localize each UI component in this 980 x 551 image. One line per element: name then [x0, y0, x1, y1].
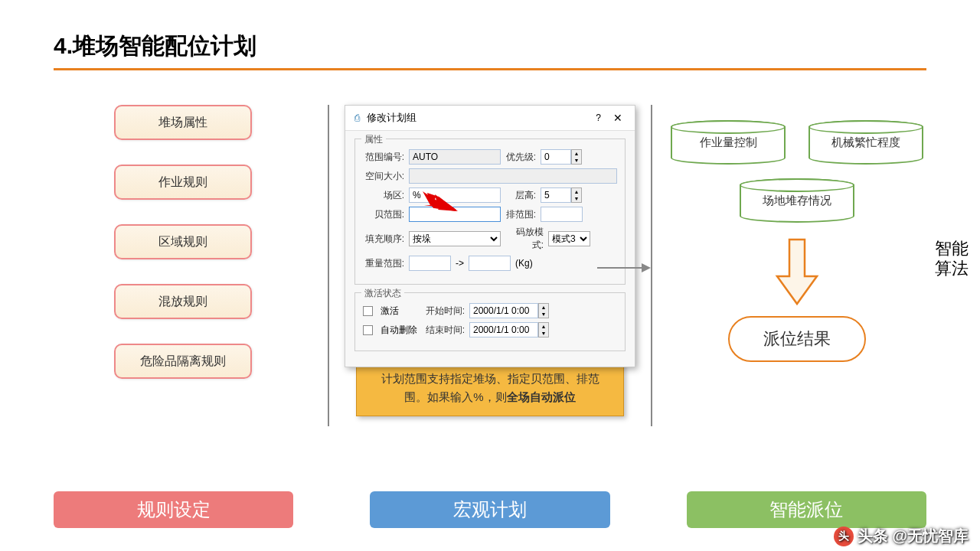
input-weight-from[interactable]	[409, 256, 451, 271]
input-start-time[interactable]	[469, 303, 538, 318]
bottom-dispatch-button[interactable]: 智能派位	[687, 491, 926, 528]
checkbox-auto-delete[interactable]	[363, 325, 373, 335]
divider-1	[328, 105, 329, 426]
legend-attributes: 属性	[361, 133, 386, 146]
label-auto-delete: 自动删除	[381, 324, 419, 337]
rule-area[interactable]: 区域规则	[114, 224, 252, 259]
dialog-body: 属性 范围编号: 优先级: ▲▼ 空间大小: 场区:	[345, 131, 635, 367]
input-row-range[interactable]	[541, 207, 583, 222]
select-fill-order[interactable]: 按垛	[409, 231, 501, 246]
label-end-time: 结束时间:	[423, 324, 465, 337]
label-priority: 优先级:	[505, 151, 536, 164]
bottom-bar: 规则设定 宏观计划 智能派位	[54, 491, 926, 528]
bottom-rules-button[interactable]: 规则设定	[54, 491, 293, 528]
label-space: 空间大小:	[363, 170, 404, 183]
label-weight-unit: (Kg)	[515, 258, 533, 269]
callout-box: 计划范围支持指定堆场、指定贝范围、排范围。如果输入%，则全场自动派位	[356, 360, 624, 416]
input-area[interactable]	[409, 187, 501, 203]
cylinder-workload: 作业量控制	[671, 120, 786, 165]
weight-arrow: ->	[456, 258, 464, 269]
algorithm-column: 作业量控制 机械繁忙程度 场地堆存情况 派位结果 智能算法	[668, 105, 926, 442]
dialog-titlebar: ⎙ 修改计划组 ? ✕	[345, 106, 635, 131]
spinner-priority[interactable]: ▲▼	[541, 149, 582, 165]
flow-arrow-icon	[597, 260, 651, 276]
cylinder-row-1: 作业量控制 机械繁忙程度	[671, 120, 923, 165]
input-space	[409, 168, 617, 184]
checkbox-activate[interactable]	[363, 306, 373, 316]
input-bay-range[interactable]	[409, 207, 501, 222]
label-bay-range: 贝范围:	[363, 208, 404, 221]
spinner-end-time[interactable]: ▲▼	[469, 322, 549, 337]
dialog-title-text: 修改计划组	[367, 111, 590, 125]
label-activate: 激活	[381, 305, 419, 318]
dialog-help-button[interactable]: ?	[590, 111, 607, 125]
callout-bold: 全场自动派位	[507, 390, 576, 403]
input-range-no	[409, 149, 501, 165]
label-start-time: 开始时间:	[423, 305, 465, 318]
label-range-no: 范围编号:	[363, 151, 404, 164]
down-arrow-icon	[774, 238, 820, 307]
watermark-text: 头条 @无忧智库	[858, 526, 969, 546]
rules-column: 堆场属性 作业规则 区域规则 混放规则 危险品隔离规则	[54, 105, 312, 442]
input-layer[interactable]	[541, 187, 571, 203]
label-fill-order: 填充顺序:	[363, 233, 404, 246]
content-row: 堆场属性 作业规则 区域规则 混放规则 危险品隔离规则 ⎙ 修改计划组 ? ✕ …	[54, 105, 926, 442]
title-underline	[54, 68, 926, 70]
select-stack-mode[interactable]: 模式3	[548, 231, 590, 246]
algorithm-label: 智能算法	[935, 239, 969, 279]
label-weight-range: 重量范围:	[363, 257, 404, 270]
rule-mix[interactable]: 混放规则	[114, 284, 252, 319]
fieldset-attributes: 属性 范围编号: 优先级: ▲▼ 空间大小: 场区:	[354, 139, 626, 285]
legend-activation: 激活状态	[361, 287, 404, 300]
watermark-icon: 头	[834, 527, 854, 546]
edit-plan-dialog: ⎙ 修改计划组 ? ✕ 属性 范围编号: 优先级: ▲▼	[345, 105, 635, 367]
input-priority[interactable]	[541, 149, 571, 165]
rule-hazmat[interactable]: 危险品隔离规则	[114, 344, 252, 379]
input-end-time[interactable]	[469, 322, 538, 337]
bottom-macro-button[interactable]: 宏观计划	[370, 491, 609, 528]
label-row-range: 排范围:	[505, 208, 536, 221]
label-area: 场区:	[363, 189, 404, 202]
dialog-column: ⎙ 修改计划组 ? ✕ 属性 范围编号: 优先级: ▲▼	[345, 105, 635, 442]
label-stack-mode: 码放模式:	[505, 226, 544, 252]
label-layer: 层高:	[505, 189, 536, 202]
cylinder-machinery: 机械繁忙程度	[808, 120, 923, 165]
spinner-layer[interactable]: ▲▼	[541, 187, 582, 203]
page-title: 4.堆场智能配位计划	[54, 31, 926, 62]
svg-marker-4	[642, 263, 651, 272]
dialog-icon: ⎙	[351, 112, 362, 123]
result-box: 派位结果	[728, 316, 866, 362]
spinner-start-time[interactable]: ▲▼	[469, 303, 549, 318]
rule-operation[interactable]: 作业规则	[114, 165, 252, 200]
cylinder-storage: 场地堆存情况	[740, 178, 854, 223]
rule-yard-attr[interactable]: 堆场属性	[114, 105, 252, 140]
watermark: 头 头条 @无忧智库	[834, 526, 969, 546]
input-weight-to[interactable]	[469, 256, 511, 271]
fieldset-activation: 激活状态 激活 开始时间: ▲▼ 自动删除 结束时间: ▲▼	[354, 292, 626, 351]
divider-2	[651, 105, 652, 426]
dialog-close-button[interactable]: ✕	[607, 110, 629, 126]
